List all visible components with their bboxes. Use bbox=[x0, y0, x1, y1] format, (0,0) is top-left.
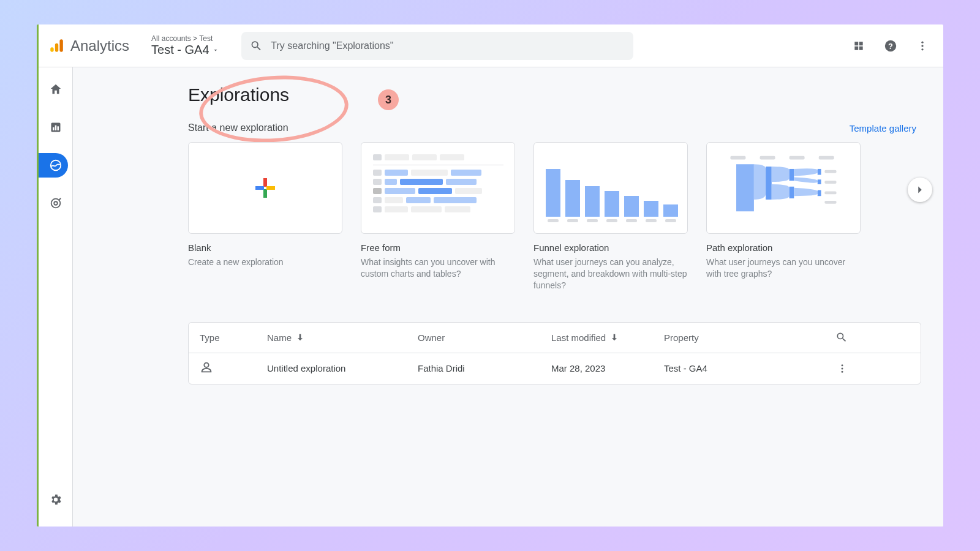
chevron-down-icon bbox=[212, 47, 219, 54]
nav-explore[interactable] bbox=[39, 153, 68, 178]
svg-rect-17 bbox=[255, 186, 264, 190]
svg-point-34 bbox=[842, 367, 843, 369]
template-card-funnel: Funnel exploration What user journeys ca… bbox=[533, 142, 688, 291]
person-icon bbox=[200, 361, 213, 374]
breadcrumb: All accounts > Test bbox=[151, 34, 219, 43]
card-desc: What insights can you uncover with custo… bbox=[361, 257, 515, 280]
arrow-down-icon bbox=[295, 332, 305, 342]
arrow-down-icon bbox=[609, 332, 619, 342]
page-subtitle: Start a new exploration bbox=[188, 122, 288, 133]
property-name: Test - GA4 bbox=[151, 43, 209, 57]
svg-rect-10 bbox=[55, 126, 56, 130]
templates-next-button[interactable] bbox=[908, 178, 932, 202]
svg-rect-24 bbox=[790, 169, 794, 181]
svg-rect-28 bbox=[818, 190, 821, 197]
annotation-circle bbox=[197, 71, 351, 148]
template-card-blank: Blank Create a new exploration bbox=[188, 142, 342, 291]
search-input[interactable] bbox=[271, 40, 624, 51]
svg-rect-27 bbox=[818, 180, 821, 185]
explorations-table: Type Name Owner Last modified Property bbox=[188, 322, 921, 384]
page-title: Explorations bbox=[188, 84, 921, 105]
account-switcher[interactable]: All accounts > Test Test - GA4 bbox=[151, 34, 219, 57]
th-owner[interactable]: Owner bbox=[418, 332, 551, 343]
table-row[interactable]: Untitled exploration Fathia Dridi Mar 28… bbox=[189, 353, 921, 384]
svg-rect-29 bbox=[824, 170, 836, 173]
svg-point-33 bbox=[842, 364, 843, 366]
template-cards: Blank Create a new exploration bbox=[188, 142, 921, 291]
svg-point-35 bbox=[842, 370, 843, 372]
search-bar[interactable] bbox=[241, 32, 633, 60]
table-header: Type Name Owner Last modified Property bbox=[189, 323, 921, 353]
svg-rect-20 bbox=[760, 156, 775, 160]
nav-advertising[interactable] bbox=[43, 191, 68, 216]
template-preview-freeform[interactable] bbox=[361, 142, 515, 234]
svg-rect-22 bbox=[819, 156, 834, 160]
search-icon bbox=[835, 331, 848, 343]
svg-rect-15 bbox=[263, 178, 267, 187]
card-title: Path exploration bbox=[706, 242, 861, 253]
app-name: Analytics bbox=[70, 37, 129, 54]
template-gallery-link[interactable]: Template gallery bbox=[850, 123, 916, 133]
svg-rect-11 bbox=[57, 126, 59, 130]
svg-point-13 bbox=[51, 199, 60, 208]
th-name[interactable]: Name bbox=[267, 332, 418, 343]
svg-rect-9 bbox=[53, 127, 55, 130]
template-card-path: Path exploration What user journeys can … bbox=[706, 142, 861, 291]
row-name: Untitled exploration bbox=[267, 363, 418, 373]
kebab-menu-icon[interactable] bbox=[915, 39, 930, 53]
card-title: Blank bbox=[188, 242, 342, 253]
card-desc: Create a new exploration bbox=[188, 257, 342, 268]
svg-rect-19 bbox=[730, 156, 745, 160]
svg-text:?: ? bbox=[888, 41, 893, 50]
th-property[interactable]: Property bbox=[664, 332, 811, 343]
app-frame: Analytics All accounts > Test Test - GA4… bbox=[37, 24, 943, 527]
svg-point-14 bbox=[54, 201, 58, 205]
template-preview-path[interactable] bbox=[706, 142, 861, 234]
th-type[interactable]: Type bbox=[200, 332, 267, 343]
svg-rect-2 bbox=[59, 39, 62, 52]
help-icon[interactable]: ? bbox=[883, 39, 898, 53]
svg-point-5 bbox=[921, 41, 923, 43]
analytics-logo-icon bbox=[48, 38, 64, 54]
card-desc: What user journeys can you uncover with … bbox=[706, 257, 861, 280]
svg-rect-21 bbox=[790, 156, 805, 160]
svg-point-6 bbox=[921, 45, 923, 47]
svg-rect-0 bbox=[50, 47, 53, 52]
table-search-button[interactable] bbox=[811, 331, 848, 343]
chevron-right-icon bbox=[913, 183, 927, 197]
content: 3 Explorations Start a new exploration T… bbox=[73, 67, 943, 527]
card-title: Free form bbox=[361, 242, 515, 253]
kebab-menu-icon bbox=[837, 363, 848, 374]
card-title: Funnel exploration bbox=[533, 242, 688, 253]
nav-home[interactable] bbox=[43, 77, 68, 102]
nav-reports[interactable] bbox=[43, 115, 68, 140]
svg-rect-26 bbox=[818, 169, 821, 175]
row-last-modified: Mar 28, 2023 bbox=[551, 363, 664, 373]
row-owner: Fathia Dridi bbox=[418, 363, 551, 373]
gear-icon bbox=[49, 493, 62, 506]
nav-admin[interactable] bbox=[43, 487, 68, 512]
plus-icon bbox=[253, 176, 277, 200]
svg-rect-1 bbox=[55, 43, 58, 51]
row-property: Test - GA4 bbox=[664, 363, 811, 373]
template-card-freeform: Free form What insights can you uncover … bbox=[361, 142, 515, 291]
sidenav bbox=[39, 67, 73, 527]
svg-rect-25 bbox=[790, 187, 794, 198]
logo-block: Analytics bbox=[48, 37, 129, 54]
row-type-icon bbox=[200, 361, 267, 376]
svg-rect-30 bbox=[824, 181, 836, 184]
row-more-button[interactable] bbox=[811, 363, 848, 374]
svg-rect-18 bbox=[266, 186, 275, 190]
svg-rect-31 bbox=[824, 192, 836, 195]
template-preview-funnel[interactable] bbox=[533, 142, 688, 234]
svg-rect-32 bbox=[824, 201, 836, 204]
template-preview-blank[interactable] bbox=[188, 142, 342, 234]
search-icon bbox=[250, 39, 263, 53]
svg-rect-16 bbox=[263, 189, 267, 198]
th-last-modified[interactable]: Last modified bbox=[551, 332, 664, 343]
topbar: Analytics All accounts > Test Test - GA4… bbox=[39, 24, 943, 67]
svg-point-7 bbox=[921, 48, 923, 50]
card-desc: What user journeys can you analyze, segm… bbox=[533, 257, 688, 291]
svg-rect-23 bbox=[766, 167, 772, 200]
apps-icon[interactable] bbox=[851, 39, 866, 53]
